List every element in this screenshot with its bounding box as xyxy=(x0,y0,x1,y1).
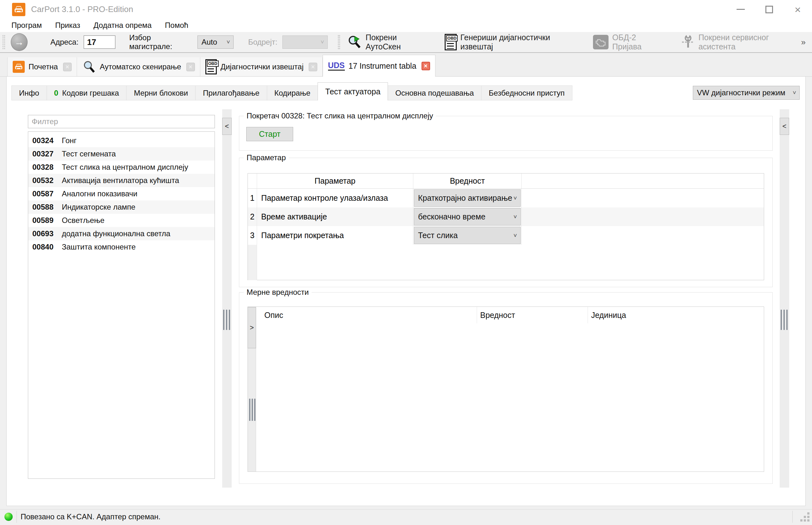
statusbar-separator xyxy=(16,511,17,523)
tab-adaptation[interactable]: Прилагођавање xyxy=(195,86,267,100)
report-label: Генериши дијагностички извештај xyxy=(461,33,578,51)
tab-basic-settings[interactable]: Основна подешавања xyxy=(388,86,481,100)
actuator-list: 00324Гонг 00327Тест сегмената 00328Тест … xyxy=(28,131,215,479)
autoscan-label: Покрени АутоСкен xyxy=(365,33,429,51)
measurements-table: > Опис Вредност Јединица xyxy=(248,306,764,472)
title-bar: CarPort 3.1.0 - PRO-Edition × xyxy=(0,0,812,19)
minimize-button[interactable] xyxy=(726,0,755,19)
parameter-row: 2 Време активације бесконачно време˅ xyxy=(248,207,764,226)
actuator-group-title: Покретач 00328: Тест слика на централном… xyxy=(244,111,436,120)
parameter-table-header: Параметар Вредност xyxy=(248,174,764,189)
parameter-table: Параметар Вредност 1 Параметар контроле … xyxy=(248,173,764,280)
maximize-icon xyxy=(765,6,773,13)
close-icon: × xyxy=(795,4,801,15)
right-splitter[interactable]: < xyxy=(780,109,789,487)
engine-icon xyxy=(593,35,609,49)
splitter-handle[interactable] xyxy=(249,399,256,421)
list-item[interactable]: 00327Тест сегмената xyxy=(28,147,215,161)
list-item[interactable]: 00532Активација вентилатора кућишта xyxy=(28,174,215,187)
window-title: CarPort 3.1.0 - PRO-Edition xyxy=(31,4,133,14)
expand-button[interactable]: > xyxy=(248,307,256,348)
address-input[interactable] xyxy=(84,35,115,49)
app-window: CarPort 3.1.0 - PRO-Edition × Програм Пр… xyxy=(0,0,812,525)
chevron-down-icon: ˅ xyxy=(793,89,796,96)
list-item[interactable]: 00324Гонг xyxy=(28,134,215,147)
tab-close-icon[interactable]: × xyxy=(186,63,195,71)
splitter-handle[interactable] xyxy=(223,310,230,330)
menu-view[interactable]: Приказ xyxy=(48,21,87,30)
measurements-table-header: Опис Вредност Јединица xyxy=(256,307,764,323)
menu-help[interactable]: Помоћ xyxy=(158,21,195,30)
tab-close-icon[interactable]: × xyxy=(309,63,317,71)
magnifier-play-icon xyxy=(347,34,362,50)
tab-fault-codes[interactable]: 0 Кодови грешака xyxy=(47,86,127,100)
column-value: Вредност xyxy=(477,307,588,323)
service-assistant-button: Покрени сервисног асистента xyxy=(681,33,801,51)
left-splitter[interactable]: < xyxy=(222,109,232,487)
list-item[interactable]: 00328Тест слика на централном дисплеју xyxy=(28,161,215,174)
tab-home-label: Почетна xyxy=(29,62,58,71)
diagnostic-mode-select[interactable]: VW дијагностички режим ˅ xyxy=(693,86,800,100)
tab-close-icon-active[interactable]: × xyxy=(422,62,430,70)
tab-home[interactable]: Почетна × xyxy=(7,57,77,76)
menu-program[interactable]: Програм xyxy=(5,21,48,30)
tab-actuator-test[interactable]: Тест актуатора xyxy=(318,82,388,100)
tab-info[interactable]: Инфо xyxy=(11,86,47,100)
diagnostic-report-button[interactable]: OBD Генериши дијагностички извештај xyxy=(445,33,578,51)
document-tab-bar: Почетна × Аутоматско скенирање × OBD Диј… xyxy=(0,53,812,77)
param-value-select-3[interactable]: Тест слика˅ xyxy=(414,227,521,244)
baudrate-select: ˅ xyxy=(282,35,328,49)
menu-bar: Програм Приказ Додатна опрема Помоћ xyxy=(0,19,812,32)
param-value-select-1[interactable]: Краткотрајно активирање˅ xyxy=(414,189,521,207)
tab-coding[interactable]: Кодирање xyxy=(267,86,318,100)
tab-uds-instrument[interactable]: UDS 17 Instrument tabla × xyxy=(323,55,435,77)
toolbar-grip[interactable] xyxy=(2,35,5,49)
toolbar-separator xyxy=(338,35,340,49)
tab-close-icon[interactable]: × xyxy=(63,63,72,71)
list-item[interactable]: 00840Заштита компоненте xyxy=(28,240,215,254)
collapse-right-button[interactable]: < xyxy=(780,118,789,135)
resize-grip[interactable] xyxy=(800,512,810,522)
list-item[interactable]: 00589Осветљење xyxy=(28,214,215,227)
bus-select-value: Auto xyxy=(202,38,217,47)
menu-accessories[interactable]: Додатна опрема xyxy=(87,21,158,30)
diagnostic-mode-value: VW дијагностички режим xyxy=(697,88,785,97)
autoscan-button[interactable]: Покрени АутоСкен xyxy=(347,33,429,51)
window-controls: × xyxy=(726,0,812,19)
chevron-down-icon: ˅ xyxy=(513,232,517,239)
chevron-down-icon: ˅ xyxy=(513,195,517,202)
obd-report-icon: OBD xyxy=(445,34,457,50)
go-button[interactable]: → xyxy=(11,33,28,51)
toolbar: → Адреса: Избор магистрале: Auto ˅ Бодре… xyxy=(0,32,812,53)
tab-measuring-blocks[interactable]: Мерни блокови xyxy=(126,86,195,100)
tab-uds-label: 17 Instrument tabla xyxy=(349,61,417,71)
maximize-button[interactable] xyxy=(755,0,783,19)
tab-diagnostic-report[interactable]: OBD Дијагностички извештај × xyxy=(200,57,323,76)
list-item[interactable]: 00588Индикаторске лампе xyxy=(28,200,215,214)
tab-autoscan[interactable]: Аутоматско скенирање × xyxy=(77,57,200,76)
service-label: Покрени сервисног асистента xyxy=(698,33,801,51)
chevron-down-icon: ˅ xyxy=(320,39,324,46)
start-button[interactable]: Старт xyxy=(246,127,293,141)
list-item[interactable]: 00693додатна функционална светла xyxy=(28,227,215,240)
actuator-group: Покретач 00328: Тест слика на централном… xyxy=(239,116,773,151)
app-logo-car-icon xyxy=(12,3,25,16)
param-value-select-2[interactable]: бесконачно време˅ xyxy=(414,208,521,225)
filter-input[interactable] xyxy=(28,115,215,128)
close-button[interactable]: × xyxy=(783,0,812,19)
list-item[interactable]: 00587Аналогни показивачи xyxy=(28,187,215,200)
obd2-login-button: ОБД-2 Пријава xyxy=(593,33,664,51)
obd-report-icon: OBD xyxy=(205,59,217,74)
measurements-group: Мерне вредности > Опис Вредност Јединица xyxy=(239,292,773,484)
arrow-right-icon: → xyxy=(14,37,24,47)
magnifier-icon xyxy=(82,60,96,74)
splitter-handle[interactable] xyxy=(781,310,787,330)
tab-report-label: Дијагностички извештај xyxy=(221,62,304,71)
tab-security-access[interactable]: Безбедносни приступ xyxy=(481,86,572,100)
collapse-left-button[interactable]: < xyxy=(222,118,232,135)
chevron-down-icon: ˅ xyxy=(513,213,517,220)
measurements-side-strip: > xyxy=(248,307,256,471)
toolbar-overflow-icon[interactable]: » xyxy=(801,38,806,47)
bus-select[interactable]: Auto ˅ xyxy=(198,35,234,49)
statusbar-separator xyxy=(792,511,793,523)
